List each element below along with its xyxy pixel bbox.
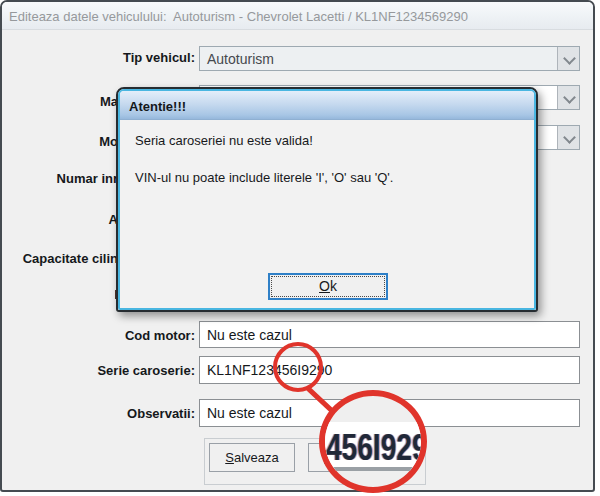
magnified-vin-text: 456I929: [326, 427, 427, 469]
cod-motor-value: Nu este cazul: [207, 327, 292, 343]
covered-label-model: Mo: [2, 135, 118, 149]
highlight-magnifier-circle: 456I929: [319, 390, 427, 493]
tip-vehicul-dropdown-button[interactable]: [557, 47, 579, 70]
chevron-down-icon: [564, 133, 573, 142]
tip-vehicul-combobox[interactable]: Autoturism: [199, 46, 580, 71]
highlight-circle-small: [273, 342, 323, 392]
covered-label-marca: Ma: [2, 95, 118, 109]
covered-label-an: A: [2, 213, 118, 227]
magnified-input-band: 456I929: [325, 422, 421, 471]
cod-motor-input[interactable]: Nu este cazul: [199, 321, 580, 348]
ok-button[interactable]: Ok: [268, 273, 388, 300]
tip-vehicul-label: Tip vehicul:: [2, 51, 195, 65]
save-button[interactable]: Salveaza: [209, 443, 295, 472]
dialog-message-line2: VIN-ul nu poate include literele 'I', 'O…: [135, 170, 393, 185]
chevron-down-icon: [564, 54, 573, 63]
serie-caroserie-input[interactable]: KL1NF123456I9290: [199, 356, 580, 384]
warning-dialog-frame: Atentie!!! Seria caroseriei nu este vali…: [118, 89, 536, 310]
window-titlebar[interactable]: Editeaza datele vehiculului: Autoturism …: [2, 2, 593, 30]
dialog-title: Atentie!!!: [120, 99, 186, 114]
model-dropdown-button[interactable]: [557, 126, 579, 149]
dialog-titlebar[interactable]: Atentie!!!: [120, 91, 534, 120]
cod-motor-label: Cod motor:: [2, 329, 195, 343]
serie-caroserie-label: Serie caroserie:: [2, 364, 195, 378]
dialog-message-line1: Seria caroseriei nu este valida!: [135, 133, 313, 148]
chevron-down-icon: [564, 93, 573, 102]
warning-dialog: Atentie!!! Seria caroseriei nu este vali…: [116, 87, 538, 312]
covered-label-numar-inmatriculare: Numar inr: [2, 172, 118, 186]
marca-dropdown-button[interactable]: [557, 86, 579, 109]
observatii-label: Observatii:: [2, 407, 195, 421]
window-title: Editeaza datele vehiculului: Autoturism …: [2, 9, 468, 24]
screenshot-page: Editeaza datele vehiculului: Autoturism …: [0, 0, 600, 496]
covered-label-capacitate-cilindrica: Capacitate cilin: [2, 252, 118, 266]
tip-vehicul-value: Autoturism: [207, 51, 274, 67]
observatii-value: Nu este cazul: [207, 405, 292, 421]
dialog-body: Seria caroseriei nu este valida! VIN-ul …: [120, 120, 534, 308]
